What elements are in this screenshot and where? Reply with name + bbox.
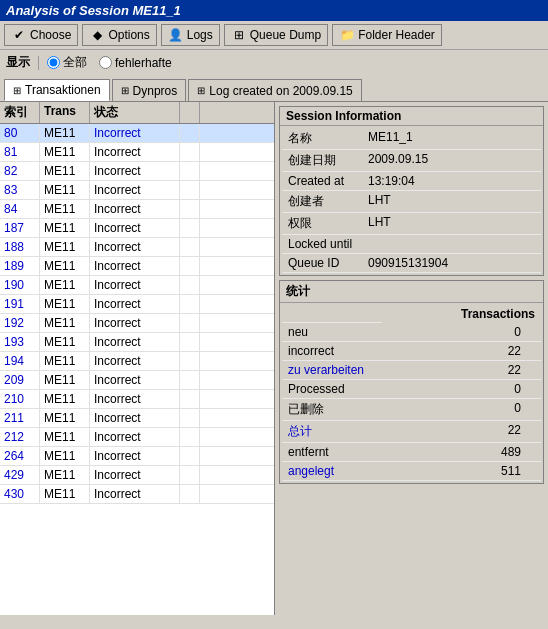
table-row[interactable]: 212ME11Incorrect — [0, 428, 274, 447]
radio-all[interactable]: 全部 — [47, 54, 87, 71]
table-row[interactable]: 188ME11Incorrect — [0, 238, 274, 257]
tab-log-created-label: Log created on 2009.09.15 — [209, 84, 352, 98]
stats-box: 统计 Transactions neu0incorrect22zu verarb… — [279, 280, 544, 484]
stats-row-label: 已删除 — [282, 399, 382, 421]
session-info-value — [362, 235, 541, 254]
table-row[interactable]: 194ME11Incorrect — [0, 352, 274, 371]
session-info-label: 创建者 — [282, 191, 362, 213]
display-label: 显示 — [6, 54, 30, 71]
cell-index: 190 — [0, 276, 40, 294]
cell-extra — [180, 428, 200, 446]
cell-status: Incorrect — [90, 428, 180, 446]
table-row[interactable]: 264ME11Incorrect — [0, 447, 274, 466]
cell-trans: ME11 — [40, 162, 90, 180]
stats-row-value: 0 — [382, 399, 541, 421]
options-icon: ◆ — [89, 27, 105, 43]
cell-index: 82 — [0, 162, 40, 180]
stats-title: 统计 — [280, 281, 543, 303]
table-row[interactable]: 82ME11Incorrect — [0, 162, 274, 181]
choose-button[interactable]: ✔Choose — [4, 24, 78, 46]
table-row[interactable]: 80ME11Incorrect — [0, 124, 274, 143]
stats-row-value: 489 — [382, 443, 541, 462]
table-row[interactable]: 211ME11Incorrect — [0, 409, 274, 428]
table-row[interactable]: 191ME11Incorrect — [0, 295, 274, 314]
stats-row-label: 总计 — [282, 421, 382, 443]
table-row[interactable]: 189ME11Incorrect — [0, 257, 274, 276]
cell-trans: ME11 — [40, 238, 90, 256]
cell-status[interactable]: Incorrect — [90, 124, 180, 142]
stats-row-label: incorrect — [282, 342, 382, 361]
table-row[interactable]: 83ME11Incorrect — [0, 181, 274, 200]
cell-status: Incorrect — [90, 371, 180, 389]
session-info-value: 090915131904 — [362, 254, 541, 273]
table-body: 80ME11Incorrect81ME11Incorrect82ME11Inco… — [0, 124, 274, 615]
cell-index: 80 — [0, 124, 40, 142]
logs-button[interactable]: 👤Logs — [161, 24, 220, 46]
queue-dump-button[interactable]: ⊞Queue Dump — [224, 24, 328, 46]
session-info-value: ME11_1 — [362, 128, 541, 150]
cell-status: Incorrect — [90, 333, 180, 351]
stats-row-value: 22 — [382, 361, 541, 380]
cell-extra — [180, 390, 200, 408]
cell-index: 264 — [0, 447, 40, 465]
table-row[interactable]: 190ME11Incorrect — [0, 276, 274, 295]
tab-dynpros[interactable]: ⊞ Dynpros — [112, 79, 187, 101]
cell-index: 189 — [0, 257, 40, 275]
main-content: 索引 Trans 状态 80ME11Incorrect81ME11Incorre… — [0, 101, 548, 615]
stats-row-value: 0 — [382, 323, 541, 342]
cell-trans: ME11 — [40, 409, 90, 427]
cell-extra — [180, 447, 200, 465]
table-row[interactable]: 192ME11Incorrect — [0, 314, 274, 333]
display-section: 显示 全部 fehlerhafte — [0, 50, 548, 75]
cell-extra — [180, 143, 200, 161]
stats-row-label: neu — [282, 323, 382, 342]
table-row[interactable]: 429ME11Incorrect — [0, 466, 274, 485]
session-info-label: Queue ID — [282, 254, 362, 273]
cell-trans: ME11 — [40, 371, 90, 389]
table-row[interactable]: 193ME11Incorrect — [0, 333, 274, 352]
table-row[interactable]: 81ME11Incorrect — [0, 143, 274, 162]
cell-status: Incorrect — [90, 314, 180, 332]
cell-status: Incorrect — [90, 352, 180, 370]
cell-status: Incorrect — [90, 219, 180, 237]
cell-trans: ME11 — [40, 390, 90, 408]
table-header: 索引 Trans 状态 — [0, 102, 274, 124]
tab-log-created[interactable]: ⊞ Log created on 2009.09.15 — [188, 79, 361, 101]
table-row[interactable]: 187ME11Incorrect — [0, 219, 274, 238]
cell-trans: ME11 — [40, 181, 90, 199]
cell-extra — [180, 200, 200, 218]
options-button[interactable]: ◆Options — [82, 24, 156, 46]
right-panel: Session Information 名称ME11_1创建日期2009.09.… — [275, 102, 548, 615]
table-row[interactable]: 430ME11Incorrect — [0, 485, 274, 504]
table-row[interactable]: 210ME11Incorrect — [0, 390, 274, 409]
tab-transaktionen[interactable]: ⊞ Transaktionen — [4, 79, 110, 101]
cell-status: Incorrect — [90, 276, 180, 294]
cell-index: 193 — [0, 333, 40, 351]
title-bar: Analysis of Session ME11_1 — [0, 0, 548, 21]
tab-dynpros-label: Dynpros — [133, 84, 178, 98]
radio-all-label: 全部 — [63, 54, 87, 71]
cell-index: 191 — [0, 295, 40, 313]
folder-header-button[interactable]: 📁Folder Header — [332, 24, 442, 46]
session-info-value: 2009.09.15 — [362, 150, 541, 172]
display-options: 全部 fehlerhafte — [47, 54, 172, 71]
session-info-grid: 名称ME11_1创建日期2009.09.15Created at13:19:04… — [280, 126, 543, 275]
cell-trans: ME11 — [40, 466, 90, 484]
cell-index: 188 — [0, 238, 40, 256]
table-row[interactable]: 84ME11Incorrect — [0, 200, 274, 219]
table-row[interactable]: 209ME11Incorrect — [0, 371, 274, 390]
cell-status: Incorrect — [90, 390, 180, 408]
folder-header-icon: 📁 — [339, 27, 355, 43]
cell-trans: ME11 — [40, 447, 90, 465]
cell-index: 84 — [0, 200, 40, 218]
display-divider — [38, 56, 39, 70]
cell-trans: ME11 — [40, 352, 90, 370]
toolbar: ✔Choose◆Options👤Logs⊞Queue Dump📁Folder H… — [0, 21, 548, 50]
cell-index: 210 — [0, 390, 40, 408]
radio-fehlerhafte-label: fehlerhafte — [115, 56, 172, 70]
cell-status: Incorrect — [90, 409, 180, 427]
cell-status: Incorrect — [90, 143, 180, 161]
cell-status: Incorrect — [90, 162, 180, 180]
cell-trans: ME11 — [40, 333, 90, 351]
radio-fehlerhafte[interactable]: fehlerhafte — [99, 56, 172, 70]
